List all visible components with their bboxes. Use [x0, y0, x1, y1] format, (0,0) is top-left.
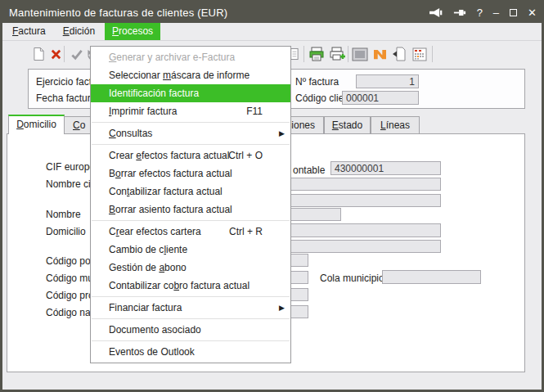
print-add-icon[interactable]	[329, 45, 347, 63]
calendar-icon[interactable]	[411, 45, 429, 63]
menu-item-contabilizar-factura-actual[interactable]: Contabilizar factura actual	[91, 182, 290, 201]
announce-icon[interactable]	[429, 7, 443, 18]
cuenta-contable-field[interactable]: 430000001	[330, 161, 441, 175]
toolbar-separator	[64, 46, 65, 62]
toolbar-separator	[348, 46, 348, 62]
menu-item-eventos-de-outlook[interactable]: Eventos de Outlook	[91, 343, 290, 361]
new-document-icon[interactable]	[29, 45, 47, 63]
submenu-arrow-icon: ▶	[279, 299, 285, 317]
field-label-domicilio: Domicilio	[46, 226, 86, 237]
menu-shortcut: Ctrl + O	[228, 146, 263, 164]
menubar: FacturaEdiciónProcesos	[2, 23, 542, 41]
menu-separator	[92, 122, 290, 123]
fecha-factura-label: Fecha factura	[36, 92, 96, 104]
ni-logo-icon[interactable]	[371, 45, 389, 63]
delete-icon[interactable]	[47, 45, 65, 63]
menubar-item-edicion[interactable]: Edición	[56, 23, 102, 40]
menu-separator	[92, 318, 290, 319]
menu-item-crear-efectos-cartera[interactable]: Crear efectos carteraCtrl + R	[91, 223, 290, 241]
field-label-codigo-pos: Código pos	[46, 255, 96, 267]
field-label-codigo-mu: Código mu	[46, 273, 93, 284]
procesos-menu: Generar y archivar e-FacturaSeleccionar …	[90, 46, 291, 363]
tab-domicilio[interactable]: Domicilio	[8, 115, 65, 134]
pin-icon[interactable]	[453, 8, 466, 17]
menu-item-contabilizar-cobro-factura-actual[interactable]: Contabilizar cobro factura actual	[91, 277, 290, 295]
menu-shortcut: Ctrl + R	[229, 223, 263, 241]
menu-item-crear-efectos-factura-actual[interactable]: Crear efectos factura actualCtrl + O	[91, 146, 290, 164]
menu-separator	[92, 340, 290, 341]
field-label-cif-europe: CIF europe	[46, 161, 95, 173]
maximize-button[interactable]	[510, 9, 517, 16]
field-label-nombre-cia: Nombre cia	[46, 178, 96, 190]
submenu-arrow-icon: ▶	[279, 124, 285, 142]
menu-item-imprimir-factura[interactable]: Imprimir facturaF11	[91, 102, 290, 120]
menubar-item-procesos[interactable]: Procesos	[105, 23, 160, 40]
help-button[interactable]: ?	[477, 2, 483, 23]
field-label-codigo-pro: Código pro	[46, 290, 94, 301]
num-factura-field[interactable]: 1	[356, 74, 419, 88]
menu-item-identificacion-factura[interactable]: Identificación factura	[91, 84, 290, 102]
menu-item-seleccionar-mascara-de-informe[interactable]: Seleccionar máscara de informe	[91, 66, 290, 84]
close-button[interactable]: ✕	[528, 2, 537, 23]
toolbar-separator	[432, 46, 433, 62]
menu-item-cambio-de-cliente[interactable]: Cambio de cliente	[91, 241, 290, 259]
menu-item-borrar-asiento-factura-actual[interactable]: Borrar asiento factura actual	[91, 201, 290, 219]
cola-municipio-label: Cola municipio	[320, 273, 384, 284]
app-window: Mantenimiento de facturas de clientes (E…	[0, 0, 544, 392]
menu-item-consultas[interactable]: Consultas▶	[91, 124, 290, 142]
minimize-button[interactable]: –	[493, 2, 499, 23]
document-export-icon[interactable]	[390, 45, 408, 63]
num-factura-label: Nº factura	[295, 76, 339, 88]
print-icon[interactable]	[308, 45, 326, 63]
tab-lineas[interactable]: Líneas	[371, 116, 420, 133]
field-label-nombre: Nombre	[46, 209, 81, 220]
cola-municipio-field[interactable]	[382, 270, 481, 284]
codigo-cliente-field[interactable]: 000001	[342, 91, 419, 105]
window-controls: ? – ✕	[429, 2, 537, 23]
field-label-codigo-nac: Código nac	[46, 307, 96, 318]
menu-item-gestion-de-abono[interactable]: Gestión de abono	[91, 259, 290, 277]
window-title: Mantenimiento de facturas de clientes (E…	[2, 7, 227, 19]
menu-separator	[92, 144, 290, 145]
toolbar-separator	[303, 46, 304, 62]
menu-separator	[92, 220, 290, 221]
cuenta-contable-label: ontable	[293, 164, 325, 176]
menu-item-borrar-efectos-factura-actual[interactable]: Borrar efectos factura actual	[91, 164, 290, 182]
screen-icon[interactable]	[351, 45, 369, 63]
menu-item-financiar-factura[interactable]: Financiar factura▶	[91, 299, 290, 317]
menu-item-documento-asociado[interactable]: Documento asociado	[91, 321, 290, 339]
titlebar: Mantenimiento de facturas de clientes (E…	[2, 2, 542, 23]
tab-estado[interactable]: Estado	[324, 116, 371, 133]
menu-shortcut: F11	[246, 102, 263, 120]
maximize-icon	[510, 9, 517, 16]
menubar-item-factura[interactable]: Factura	[5, 23, 53, 40]
menu-item-generar-y-archivar-e-factura: Generar y archivar e-Factura	[91, 48, 290, 66]
menu-separator	[92, 296, 290, 297]
